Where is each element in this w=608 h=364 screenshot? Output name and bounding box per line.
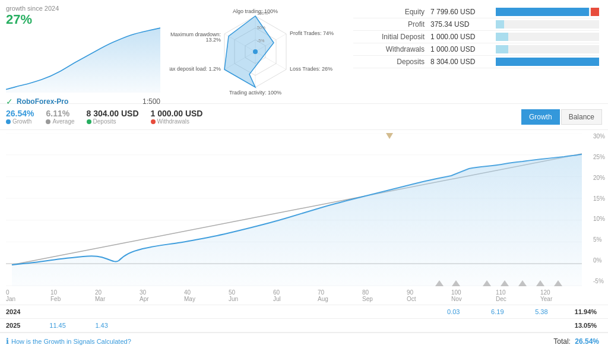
growth-since-label: growth since 2024 (6, 5, 160, 12)
broker-check-icon: ✓ (6, 97, 13, 106)
2025-total: 13.05% (563, 319, 608, 332)
2024-feb (80, 305, 124, 318)
month-mar: Mar (95, 296, 140, 302)
2024-total: 11.94% (563, 305, 608, 318)
withdrawals-metric-label: Withdrawals (151, 118, 203, 125)
2024-apr (167, 305, 211, 318)
profit-value: 375.34 USD (430, 20, 496, 29)
balance-button[interactable]: Balance (561, 109, 602, 125)
svg-text:Profit Trades: 74%: Profit Trades: 74% (290, 30, 334, 36)
svg-text:-5%: -5% (257, 39, 264, 43)
2025-dec (520, 319, 563, 332)
svg-point-7 (253, 49, 258, 54)
x-60: 60 (273, 289, 318, 296)
deposits-bar (496, 58, 599, 66)
svg-text:13.2%: 13.2% (205, 37, 221, 43)
year-2024: 2024 (0, 305, 36, 318)
yearly-table: 2024 0.03 6.19 5.38 11.94% 2025 11.45 1.… (0, 305, 608, 333)
table-row-2024: 2024 0.03 6.19 5.38 11.94% (0, 305, 608, 319)
y-5: 5% (593, 236, 605, 243)
x-40: 40 (184, 289, 229, 296)
2025-oct (432, 319, 476, 332)
withdrawal-label: Withdrawals (353, 45, 430, 53)
month-sep: Sep (362, 296, 407, 302)
2024-jul (299, 305, 343, 318)
chart-type-buttons: Growth Balance (521, 109, 602, 125)
2025-apr (167, 319, 211, 332)
y-25: 25% (593, 154, 605, 160)
mini-chart (6, 27, 160, 93)
x-30: 30 (140, 289, 184, 296)
info-icon: ℹ (6, 337, 9, 346)
profit-label: Profit (353, 20, 430, 29)
x-100: 100 (451, 289, 496, 296)
month-may: May (184, 296, 229, 302)
avg-label: Average (46, 118, 74, 125)
deposits-dot (87, 119, 91, 124)
withdrawals-dot (151, 119, 156, 124)
leverage-value: 1:500 (142, 97, 160, 106)
month-jul: Jul (273, 296, 318, 302)
2025-jul (299, 319, 343, 332)
broker-name[interactable]: RoboForex-Pro (17, 97, 68, 106)
x-110: 110 (496, 289, 540, 296)
growth-label: Growth (6, 118, 34, 125)
2024-may (211, 305, 255, 318)
x-20: 20 (95, 289, 140, 296)
main-chart (6, 133, 582, 286)
2024-aug (344, 305, 388, 318)
growth-button[interactable]: Growth (521, 109, 560, 125)
main-chart-container: 30% 25% 20% 15% 10% 5% 0% -5% (0, 130, 608, 289)
2024-sep (388, 305, 432, 318)
withdrawal-bar (496, 45, 599, 53)
2024-oct: 0.03 (432, 305, 476, 318)
2024-nov: 6.19 (476, 305, 520, 318)
growth-info-link[interactable]: How is the Growth in Signals Calculated? (11, 338, 131, 345)
growth-metric: 26.54% Growth (6, 109, 34, 125)
stats-panel: Equity 7 799.60 USD Profit 375.34 USD In… (344, 0, 608, 103)
table-row-2025: 2025 11.45 1.43 13.05% (0, 319, 608, 333)
growth-dot (6, 119, 11, 124)
2025-sep (388, 319, 432, 332)
y-15: 15% (593, 195, 605, 202)
deposits-metric-val: 8 304.00 USD (87, 109, 139, 118)
x-0: 0 (6, 289, 50, 296)
2024-jan (36, 305, 80, 318)
profit-bar (496, 20, 599, 29)
deposits-metric: 8 304.00 USD Deposits (87, 109, 139, 125)
equity-value: 7 799.60 USD (430, 8, 496, 16)
month-aug: Aug (318, 296, 362, 302)
withdrawals-metric: 1 000.00 USD Withdrawals (151, 109, 203, 125)
initial-value: 1 000.00 USD (430, 33, 496, 41)
y-0: 0% (593, 257, 605, 264)
month-labels: Jan Feb Mar Apr May Jun Jul Aug Sep Oct … (0, 296, 600, 305)
x-50: 50 (229, 289, 273, 296)
month-year: Year (540, 296, 570, 302)
month-jun: Jun (229, 296, 273, 302)
y-10: 10% (593, 216, 605, 222)
2025-jun (255, 319, 299, 332)
svg-text:Max deposit load: 1.2%: Max deposit load: 1.2% (169, 66, 221, 72)
withdrawals-metric-val: 1 000.00 USD (151, 109, 203, 118)
month-jan: Jan (6, 296, 50, 302)
svg-marker-6 (224, 16, 274, 87)
svg-text:100%+: 100%+ (257, 11, 270, 15)
growth-pct: 26.54% (6, 109, 34, 118)
y-20: 20% (593, 175, 605, 181)
y-30: 30% (593, 133, 605, 140)
y-neg5: -5% (593, 278, 605, 284)
metric-row: 26.54% Growth 6.11% Average 8 304.00 USD… (0, 104, 608, 130)
2025-jan: 11.45 (36, 319, 80, 332)
footer: ℹ How is the Growth in Signals Calculate… (0, 333, 608, 349)
x-80: 80 (362, 289, 407, 296)
2025-may (211, 319, 255, 332)
month-oct: Oct (407, 296, 451, 302)
average-metric: 6.11% Average (46, 109, 74, 125)
svg-text:Trading activity: 100%: Trading activity: 100% (229, 90, 281, 96)
withdrawal-value: 1 000.00 USD (430, 45, 496, 53)
growth-value: 27% (6, 12, 160, 27)
equity-label: Equity (353, 8, 430, 16)
y-axis: 30% 25% 20% 15% 10% 5% 0% -5% (593, 133, 605, 284)
footer-link[interactable]: ℹ How is the Growth in Signals Calculate… (0, 333, 137, 349)
2025-aug (344, 319, 388, 332)
